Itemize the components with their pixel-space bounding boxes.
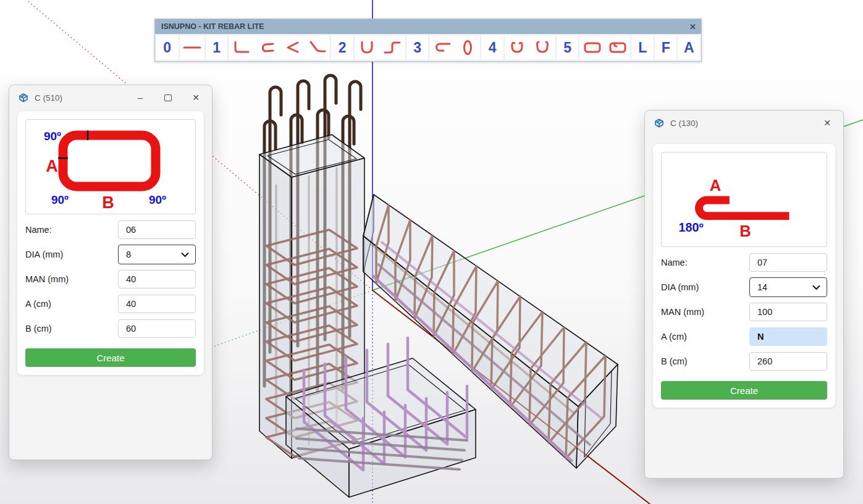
toolbar-button-u-stirrup-hooked-open[interactable] xyxy=(530,39,555,56)
create-button[interactable]: Create xyxy=(25,348,196,367)
toolbar-button-u-stirrup[interactable] xyxy=(355,39,380,56)
dia-select-value: 14 xyxy=(757,282,767,292)
toolbar-button-2[interactable]: 2 xyxy=(331,35,353,60)
create-button[interactable]: Create xyxy=(661,381,827,400)
dialog-c130: C (130) ✕ A 180º B Name: DIA (mm) 14 MAN… xyxy=(644,110,844,479)
dialog-c130-card: A 180º B Name: DIA (mm) 14 MAN (mm) A (c… xyxy=(653,144,835,408)
closed-loop-icon xyxy=(457,39,478,56)
acute-bend-icon xyxy=(282,39,303,56)
toolbar-group-4-shapes xyxy=(505,35,555,60)
man-label: MAN (mm) xyxy=(661,307,749,317)
dialog-c130-title: C (130) xyxy=(670,119,698,128)
toolbar-button-z-bend[interactable] xyxy=(380,39,405,56)
stirrup-shape-outline xyxy=(63,135,156,187)
toolbar-button-closed-loop[interactable] xyxy=(455,39,480,56)
hook-shape-diagram: A 180º B xyxy=(661,152,827,247)
toolbar-button-closed-stirrup[interactable] xyxy=(579,39,605,56)
side-b-label: B xyxy=(739,222,751,240)
toolbar-button-acute-bend[interactable] xyxy=(279,39,305,56)
angle-top-left-label: 90º xyxy=(44,130,61,143)
toolbar-button-obtuse-bend[interactable] xyxy=(305,39,330,56)
minimize-button[interactable]: – xyxy=(129,89,151,106)
u-stirrup-icon xyxy=(356,39,377,56)
sketchup-logo-icon xyxy=(654,117,665,128)
close-button[interactable]: ✕ xyxy=(816,114,838,132)
toolbar-button-5[interactable]: 5 xyxy=(557,35,579,60)
toolbar-group-1-shapes xyxy=(229,35,330,60)
toolbar-button-F[interactable]: F xyxy=(655,35,677,60)
sketchup-logo-icon xyxy=(18,92,29,103)
man-input[interactable] xyxy=(118,270,196,288)
toolbar-group-3-shapes xyxy=(429,35,480,60)
dia-select[interactable]: 14 xyxy=(749,277,827,297)
name-input[interactable] xyxy=(118,220,196,239)
close-button[interactable]: ✕ xyxy=(185,89,207,106)
closed-stirrup-hook-icon xyxy=(607,39,628,56)
side-a-label: A xyxy=(710,177,722,194)
hook-180-icon xyxy=(432,39,453,56)
dialog-c130-titlebar[interactable]: C (130) ✕ xyxy=(645,111,843,135)
toolbar-button-hairpin[interactable] xyxy=(254,39,279,56)
angle-180-label: 180º xyxy=(679,220,704,234)
rebar-toolbar: ISNUPNO - KIT REBAR LITE ✕ 0 1 2 xyxy=(154,19,702,62)
dialog-c510: C (510) – ✕ 90º A 90º B 90º Name: DIA (m… xyxy=(9,85,213,460)
side-a-label: A xyxy=(46,157,58,175)
a-label: A (cm) xyxy=(25,299,118,309)
toolbar-buttons: 0 1 2 3 xyxy=(155,34,701,61)
angle-bottom-right-label: 90º xyxy=(149,193,166,206)
toolbar-button-0[interactable]: 0 xyxy=(156,35,179,60)
man-input[interactable] xyxy=(749,303,827,321)
toolbar-button-l-bend[interactable] xyxy=(229,39,254,56)
toolbar-group-5-shapes xyxy=(579,35,630,60)
dia-select[interactable]: 8 xyxy=(118,245,196,264)
a-input[interactable] xyxy=(118,295,196,313)
dialog-c510-card: 90º A 90º B 90º Name: DIA (mm) 8 MAN (mm… xyxy=(17,111,204,375)
dia-select-value: 8 xyxy=(126,250,131,259)
straight-bar-icon xyxy=(182,39,203,56)
toolbar-button-4[interactable]: 4 xyxy=(481,35,503,60)
toolbar-button-straight-bar[interactable] xyxy=(180,35,204,60)
chevron-down-icon xyxy=(181,252,189,258)
b-input[interactable] xyxy=(118,319,196,338)
a-input-selected[interactable] xyxy=(749,327,827,346)
toolbar-button-3[interactable]: 3 xyxy=(406,35,429,60)
toolbar-button-u-stirrup-hooked[interactable] xyxy=(505,39,530,56)
name-label: Name: xyxy=(661,258,749,267)
closed-stirrup-icon xyxy=(582,39,603,56)
dia-label: DIA (mm) xyxy=(25,250,118,259)
hook-shape-outline xyxy=(699,200,789,216)
toolbar-button-A[interactable]: A xyxy=(678,35,700,60)
toolbar-button-1[interactable]: 1 xyxy=(206,35,228,60)
angle-bottom-left-label: 90º xyxy=(51,193,69,206)
toolbar-close-icon[interactable]: ✕ xyxy=(689,23,696,31)
b-label: B (cm) xyxy=(661,356,749,366)
u-stirrup-hooked-open-icon xyxy=(532,39,553,56)
toolbar-group-2-shapes xyxy=(355,35,405,60)
l-bend-icon xyxy=(231,39,252,56)
z-bend-icon xyxy=(382,39,403,56)
chevron-down-icon xyxy=(812,285,820,290)
side-b-label: B xyxy=(102,193,114,212)
maximize-button[interactable] xyxy=(157,89,179,106)
hairpin-icon xyxy=(256,39,277,56)
dialog-c510-titlebar[interactable]: C (510) – ✕ xyxy=(9,85,212,110)
obtuse-bend-icon xyxy=(307,39,328,56)
dialog-c510-title: C (510) xyxy=(35,93,62,103)
toolbar-title: ISNUPNO - KIT REBAR LITE xyxy=(161,22,264,31)
stirrup-shape-diagram: 90º A 90º B 90º xyxy=(25,119,196,214)
name-label: Name: xyxy=(25,225,118,235)
b-label: B (cm) xyxy=(25,324,118,334)
u-stirrup-hooked-icon xyxy=(507,39,528,56)
name-input[interactable] xyxy=(749,253,827,272)
a-label: A (cm) xyxy=(661,332,749,342)
toolbar-button-hook-180[interactable] xyxy=(429,39,455,56)
maximize-icon xyxy=(164,94,172,101)
dia-label: DIA (mm) xyxy=(661,282,749,292)
toolbar-button-L[interactable]: L xyxy=(631,35,654,60)
b-input[interactable] xyxy=(749,352,827,371)
toolbar-titlebar[interactable]: ISNUPNO - KIT REBAR LITE ✕ xyxy=(155,19,701,34)
toolbar-button-closed-stirrup-hook[interactable] xyxy=(605,39,630,56)
man-label: MAN (mm) xyxy=(25,274,118,284)
